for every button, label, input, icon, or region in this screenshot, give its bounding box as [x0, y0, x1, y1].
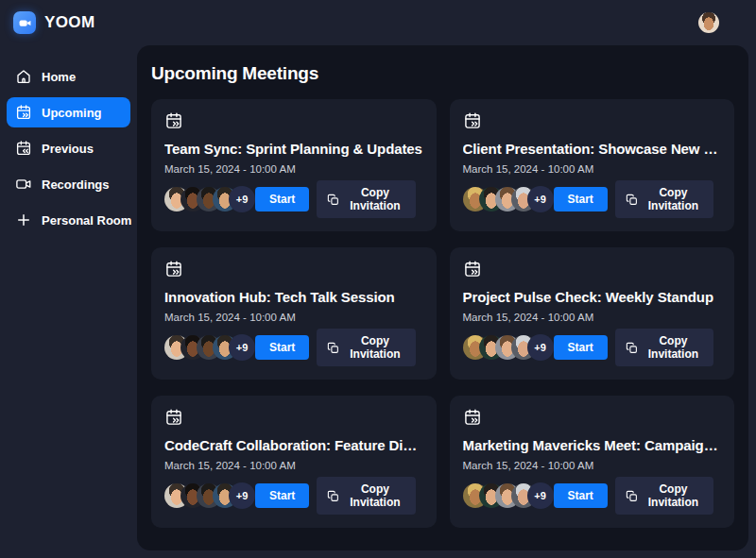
- meeting-datetime: March 15, 2024 - 10:00 AM: [463, 460, 722, 471]
- sidebar: Home Upcoming Previous Recordings Person…: [0, 45, 137, 558]
- attendee-avatar-stack: +9: [164, 334, 255, 361]
- attendee-avatar-stack: +9: [463, 482, 554, 509]
- meeting-card-footer: +9 Start Copy Invitation: [164, 180, 423, 218]
- copy-icon: [327, 342, 339, 354]
- copy-invitation-button[interactable]: Copy Invitation: [317, 180, 415, 218]
- sidebar-item-label: Personal Room: [42, 213, 131, 228]
- sidebar-item-label: Home: [42, 70, 76, 84]
- start-meeting-button[interactable]: Start: [554, 483, 608, 508]
- extra-attendees-badge: +9: [229, 186, 255, 212]
- meeting-card-footer: +9 Start Copy Invitation: [463, 329, 722, 366]
- calendar-next-icon: [164, 408, 183, 427]
- extra-attendees-badge: +9: [527, 482, 554, 509]
- main-content: Upcoming Meetings Team Sync: Sprint Plan…: [137, 45, 748, 550]
- copy-invitation-button[interactable]: Copy Invitation: [615, 180, 713, 218]
- calendar-next-icon: [463, 111, 482, 130]
- copy-invitation-label: Copy Invitation: [345, 186, 404, 212]
- sidebar-item-home[interactable]: Home: [7, 61, 130, 92]
- meeting-datetime: March 15, 2024 - 10:00 AM: [164, 460, 423, 471]
- sidebar-item-upcoming[interactable]: Upcoming: [7, 97, 130, 127]
- meeting-title: Innovation Hub: Tech Talk Session: [164, 289, 423, 305]
- copy-icon: [626, 342, 638, 354]
- meeting-datetime: March 15, 2024 - 10:00 AM: [463, 312, 722, 323]
- sidebar-item-label: Previous: [42, 142, 94, 156]
- meeting-title: CodeCraft Collaboration: Feature Discu..…: [164, 437, 423, 453]
- extra-attendees-badge: +9: [527, 334, 554, 361]
- attendee-avatar-stack: +9: [463, 334, 554, 361]
- sidebar-item-personal-room[interactable]: Personal Room: [7, 205, 130, 235]
- calendar-next-icon: [164, 111, 183, 130]
- meeting-card-footer: +9 Start Copy Invitation: [463, 180, 722, 218]
- calendar-next-icon: [463, 260, 482, 279]
- meeting-card: Innovation Hub: Tech Talk Session March …: [151, 247, 437, 380]
- copy-icon: [327, 194, 339, 206]
- calendar-prev-icon: [14, 139, 33, 158]
- start-meeting-button[interactable]: Start: [554, 187, 608, 211]
- calendar-next-icon: [14, 103, 33, 122]
- plus-icon: [14, 211, 33, 229]
- start-meeting-button[interactable]: Start: [554, 335, 608, 360]
- meeting-title: Team Sync: Sprint Planning & Updates: [164, 141, 423, 157]
- extra-attendees-badge: +9: [229, 482, 255, 509]
- home-icon: [14, 67, 33, 86]
- extra-attendees-badge: +9: [229, 334, 255, 361]
- meeting-title: Client Presentation: Showcase New Fe...: [463, 141, 722, 157]
- meeting-datetime: March 15, 2024 - 10:00 AM: [164, 163, 423, 175]
- copy-invitation-button[interactable]: Copy Invitation: [615, 329, 713, 366]
- brand-name: YOOM: [44, 13, 95, 32]
- page-title: Upcoming Meetings: [151, 63, 734, 84]
- user-profile-avatar[interactable]: [698, 12, 719, 33]
- sidebar-item-recordings[interactable]: Recordings: [7, 169, 130, 199]
- copy-invitation-label: Copy Invitation: [644, 186, 703, 212]
- sidebar-item-label: Upcoming: [42, 106, 102, 120]
- meeting-card-footer: +9 Start Copy Invitation: [164, 477, 423, 515]
- meeting-card: Project Pulse Check: Weekly Standup Marc…: [450, 247, 735, 380]
- copy-invitation-label: Copy Invitation: [644, 334, 703, 361]
- copy-invitation-button[interactable]: Copy Invitation: [317, 477, 415, 515]
- copy-icon: [327, 490, 339, 502]
- meeting-title: Project Pulse Check: Weekly Standup: [463, 289, 722, 305]
- start-meeting-button[interactable]: Start: [255, 187, 309, 211]
- video-camera-icon: [18, 16, 32, 30]
- meeting-card: Marketing Mavericks Meet: Campaign... Ma…: [450, 396, 735, 528]
- sidebar-item-label: Recordings: [42, 178, 110, 192]
- meeting-card: Client Presentation: Showcase New Fe... …: [450, 99, 735, 231]
- copy-invitation-label: Copy Invitation: [644, 482, 703, 509]
- meeting-datetime: March 15, 2024 - 10:00 AM: [164, 312, 423, 323]
- attendee-avatar-stack: +9: [463, 186, 554, 212]
- meeting-title: Marketing Mavericks Meet: Campaign...: [463, 437, 722, 453]
- attendee-avatar-stack: +9: [164, 186, 255, 212]
- meeting-card: CodeCraft Collaboration: Feature Discu..…: [151, 396, 437, 528]
- start-meeting-button[interactable]: Start: [255, 335, 309, 360]
- copy-icon: [626, 194, 638, 206]
- meeting-card-footer: +9 Start Copy Invitation: [164, 329, 423, 366]
- copy-icon: [626, 490, 638, 502]
- calendar-next-icon: [463, 408, 482, 427]
- meeting-card-footer: +9 Start Copy Invitation: [463, 477, 722, 515]
- meeting-datetime: March 15, 2024 - 10:00 AM: [463, 163, 722, 175]
- app-logo[interactable]: [13, 11, 36, 34]
- copy-invitation-label: Copy Invitation: [345, 334, 404, 361]
- top-navbar: YOOM: [0, 0, 756, 45]
- start-meeting-button[interactable]: Start: [255, 483, 309, 508]
- calendar-next-icon: [164, 260, 183, 279]
- copy-invitation-button[interactable]: Copy Invitation: [615, 477, 713, 515]
- extra-attendees-badge: +9: [527, 186, 554, 212]
- sidebar-item-previous[interactable]: Previous: [7, 133, 130, 163]
- attendee-avatar-stack: +9: [164, 482, 255, 509]
- copy-invitation-button[interactable]: Copy Invitation: [317, 329, 415, 366]
- video-icon: [14, 175, 33, 194]
- meeting-card-grid: Team Sync: Sprint Planning & Updates Mar…: [151, 99, 734, 528]
- copy-invitation-label: Copy Invitation: [345, 482, 404, 509]
- meeting-card: Team Sync: Sprint Planning & Updates Mar…: [151, 99, 437, 231]
